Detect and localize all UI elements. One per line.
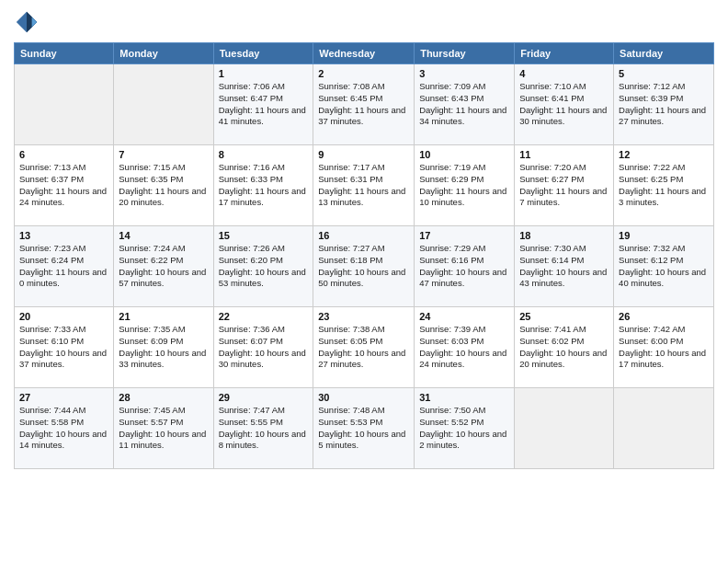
day-number: 5 xyxy=(619,68,709,79)
day-number: 11 xyxy=(519,149,609,160)
day-cell: 7Sunrise: 7:15 AMSunset: 6:35 PMDaylight… xyxy=(114,145,213,226)
day-number: 3 xyxy=(419,68,509,79)
weekday-saturday: Saturday xyxy=(614,43,714,64)
day-number: 1 xyxy=(219,68,309,79)
week-row-2: 6Sunrise: 7:13 AMSunset: 6:37 PMDaylight… xyxy=(15,145,714,226)
day-info: Sunrise: 7:41 AMSunset: 6:02 PMDaylight:… xyxy=(519,324,609,371)
calendar: SundayMondayTuesdayWednesdayThursdayFrid… xyxy=(14,42,714,469)
calendar-body: 1Sunrise: 7:06 AMSunset: 6:47 PMDaylight… xyxy=(15,64,714,469)
day-info: Sunrise: 7:50 AMSunset: 5:52 PMDaylight:… xyxy=(419,405,509,452)
weekday-sunday: Sunday xyxy=(15,43,114,64)
day-cell: 5Sunrise: 7:12 AMSunset: 6:39 PMDaylight… xyxy=(614,64,714,145)
day-cell: 11Sunrise: 7:20 AMSunset: 6:27 PMDayligh… xyxy=(515,145,614,226)
day-cell xyxy=(114,64,213,145)
day-cell: 28Sunrise: 7:45 AMSunset: 5:57 PMDayligh… xyxy=(114,388,213,469)
day-number: 8 xyxy=(219,149,309,160)
day-cell xyxy=(614,388,714,469)
day-number: 15 xyxy=(219,230,309,241)
day-info: Sunrise: 7:16 AMSunset: 6:33 PMDaylight:… xyxy=(219,162,309,209)
day-info: Sunrise: 7:32 AMSunset: 6:12 PMDaylight:… xyxy=(619,243,709,290)
day-info: Sunrise: 7:38 AMSunset: 6:05 PMDaylight:… xyxy=(318,324,409,371)
day-number: 22 xyxy=(219,311,309,322)
day-cell: 8Sunrise: 7:16 AMSunset: 6:33 PMDaylight… xyxy=(213,145,313,226)
day-info: Sunrise: 7:15 AMSunset: 6:35 PMDaylight:… xyxy=(119,162,208,209)
day-info: Sunrise: 7:20 AMSunset: 6:27 PMDaylight:… xyxy=(519,162,609,209)
day-info: Sunrise: 7:33 AMSunset: 6:10 PMDaylight:… xyxy=(19,324,108,371)
day-cell: 23Sunrise: 7:38 AMSunset: 6:05 PMDayligh… xyxy=(313,307,415,388)
day-number: 24 xyxy=(419,311,509,322)
logo-icon xyxy=(14,9,40,35)
day-number: 10 xyxy=(419,149,509,160)
day-number: 7 xyxy=(119,149,208,160)
day-cell: 17Sunrise: 7:29 AMSunset: 6:16 PMDayligh… xyxy=(415,226,515,307)
day-cell: 18Sunrise: 7:30 AMSunset: 6:14 PMDayligh… xyxy=(515,226,614,307)
day-number: 18 xyxy=(519,230,609,241)
day-cell: 4Sunrise: 7:10 AMSunset: 6:41 PMDaylight… xyxy=(515,64,614,145)
weekday-thursday: Thursday xyxy=(415,43,515,64)
day-cell xyxy=(15,64,114,145)
day-cell xyxy=(515,388,614,469)
day-info: Sunrise: 7:36 AMSunset: 6:07 PMDaylight:… xyxy=(219,324,309,371)
day-number: 29 xyxy=(219,392,309,403)
day-cell: 20Sunrise: 7:33 AMSunset: 6:10 PMDayligh… xyxy=(15,307,114,388)
week-row-3: 13Sunrise: 7:23 AMSunset: 6:24 PMDayligh… xyxy=(15,226,714,307)
day-info: Sunrise: 7:42 AMSunset: 6:00 PMDaylight:… xyxy=(619,324,709,371)
day-cell: 6Sunrise: 7:13 AMSunset: 6:37 PMDaylight… xyxy=(15,145,114,226)
week-row-5: 27Sunrise: 7:44 AMSunset: 5:58 PMDayligh… xyxy=(15,388,714,469)
day-number: 12 xyxy=(619,149,709,160)
day-number: 26 xyxy=(619,311,709,322)
day-cell: 19Sunrise: 7:32 AMSunset: 6:12 PMDayligh… xyxy=(614,226,714,307)
day-number: 16 xyxy=(318,230,409,241)
day-cell: 22Sunrise: 7:36 AMSunset: 6:07 PMDayligh… xyxy=(213,307,313,388)
day-info: Sunrise: 7:17 AMSunset: 6:31 PMDaylight:… xyxy=(318,162,409,209)
svg-marker-2 xyxy=(32,17,38,27)
weekday-monday: Monday xyxy=(114,43,213,64)
weekday-tuesday: Tuesday xyxy=(213,43,313,64)
day-info: Sunrise: 7:47 AMSunset: 5:55 PMDaylight:… xyxy=(219,405,309,452)
day-info: Sunrise: 7:24 AMSunset: 6:22 PMDaylight:… xyxy=(119,243,208,290)
day-number: 13 xyxy=(19,230,108,241)
day-info: Sunrise: 7:29 AMSunset: 6:16 PMDaylight:… xyxy=(419,243,509,290)
day-info: Sunrise: 7:48 AMSunset: 5:53 PMDaylight:… xyxy=(318,405,409,452)
day-number: 23 xyxy=(318,311,409,322)
day-cell: 1Sunrise: 7:06 AMSunset: 6:47 PMDaylight… xyxy=(213,64,313,145)
day-number: 2 xyxy=(318,68,409,79)
day-cell: 12Sunrise: 7:22 AMSunset: 6:25 PMDayligh… xyxy=(614,145,714,226)
day-cell: 13Sunrise: 7:23 AMSunset: 6:24 PMDayligh… xyxy=(15,226,114,307)
day-info: Sunrise: 7:12 AMSunset: 6:39 PMDaylight:… xyxy=(619,81,709,128)
day-info: Sunrise: 7:27 AMSunset: 6:18 PMDaylight:… xyxy=(318,243,409,290)
day-cell: 27Sunrise: 7:44 AMSunset: 5:58 PMDayligh… xyxy=(15,388,114,469)
day-info: Sunrise: 7:19 AMSunset: 6:29 PMDaylight:… xyxy=(419,162,509,209)
day-cell: 16Sunrise: 7:27 AMSunset: 6:18 PMDayligh… xyxy=(313,226,415,307)
day-cell: 3Sunrise: 7:09 AMSunset: 6:43 PMDaylight… xyxy=(415,64,515,145)
weekday-header-row: SundayMondayTuesdayWednesdayThursdayFrid… xyxy=(15,43,714,64)
day-info: Sunrise: 7:22 AMSunset: 6:25 PMDaylight:… xyxy=(619,162,709,209)
weekday-wednesday: Wednesday xyxy=(313,43,415,64)
day-number: 20 xyxy=(19,311,108,322)
day-info: Sunrise: 7:08 AMSunset: 6:45 PMDaylight:… xyxy=(318,81,409,128)
page: SundayMondayTuesdayWednesdayThursdayFrid… xyxy=(0,0,728,478)
day-number: 14 xyxy=(119,230,208,241)
day-number: 17 xyxy=(419,230,509,241)
day-info: Sunrise: 7:45 AMSunset: 5:57 PMDaylight:… xyxy=(119,405,208,452)
week-row-1: 1Sunrise: 7:06 AMSunset: 6:47 PMDaylight… xyxy=(15,64,714,145)
day-number: 21 xyxy=(119,311,208,322)
day-number: 28 xyxy=(119,392,208,403)
day-info: Sunrise: 7:44 AMSunset: 5:58 PMDaylight:… xyxy=(19,405,108,452)
day-cell: 2Sunrise: 7:08 AMSunset: 6:45 PMDaylight… xyxy=(313,64,415,145)
day-info: Sunrise: 7:13 AMSunset: 6:37 PMDaylight:… xyxy=(19,162,108,209)
week-row-4: 20Sunrise: 7:33 AMSunset: 6:10 PMDayligh… xyxy=(15,307,714,388)
logo xyxy=(14,9,43,35)
day-cell: 9Sunrise: 7:17 AMSunset: 6:31 PMDaylight… xyxy=(313,145,415,226)
day-info: Sunrise: 7:10 AMSunset: 6:41 PMDaylight:… xyxy=(519,81,609,128)
calendar-header: SundayMondayTuesdayWednesdayThursdayFrid… xyxy=(15,43,714,64)
day-cell: 15Sunrise: 7:26 AMSunset: 6:20 PMDayligh… xyxy=(213,226,313,307)
weekday-friday: Friday xyxy=(515,43,614,64)
day-cell: 10Sunrise: 7:19 AMSunset: 6:29 PMDayligh… xyxy=(415,145,515,226)
day-cell: 26Sunrise: 7:42 AMSunset: 6:00 PMDayligh… xyxy=(614,307,714,388)
day-info: Sunrise: 7:30 AMSunset: 6:14 PMDaylight:… xyxy=(519,243,609,290)
day-number: 19 xyxy=(619,230,709,241)
day-info: Sunrise: 7:06 AMSunset: 6:47 PMDaylight:… xyxy=(219,81,309,128)
day-number: 31 xyxy=(419,392,509,403)
day-cell: 24Sunrise: 7:39 AMSunset: 6:03 PMDayligh… xyxy=(415,307,515,388)
